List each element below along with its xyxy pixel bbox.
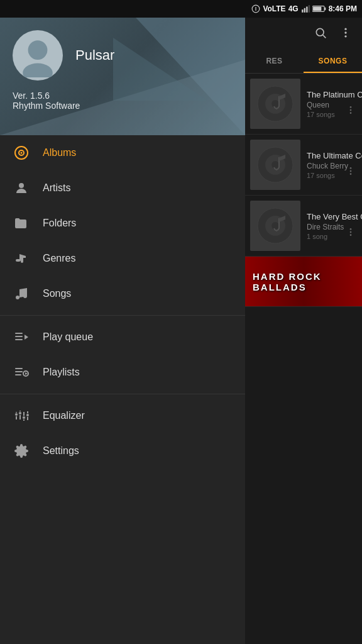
- signal-icon: [301, 4, 310, 13]
- svg-point-38: [344, 35, 346, 37]
- svg-rect-2: [304, 8, 305, 13]
- playlists-label: Playlists: [43, 367, 80, 378]
- svg-point-12: [21, 152, 23, 154]
- svg-rect-4: [308, 5, 309, 13]
- svg-point-13: [19, 183, 24, 188]
- svg-point-55: [350, 231, 352, 233]
- hrd-label: HARD ROCK BALLADS: [253, 271, 354, 292]
- svg-rect-17: [15, 333, 23, 334]
- svg-marker-20: [25, 335, 28, 340]
- sidebar-item-folders[interactable]: Folders: [0, 206, 245, 241]
- svg-rect-22: [15, 371, 23, 372]
- svg-point-14: [17, 259, 19, 262]
- svg-point-56: [350, 234, 352, 236]
- nav-section: Albums Artists Folders: [0, 135, 245, 644]
- sidebar-item-albums[interactable]: Albums: [0, 135, 245, 170]
- svg-point-36: [344, 28, 346, 30]
- playlists-icon: [13, 364, 30, 381]
- songs-label: Songs: [43, 288, 71, 299]
- svg-point-29: [19, 412, 22, 415]
- svg-point-8: [28, 40, 48, 60]
- svg-point-31: [23, 416, 26, 419]
- folders-icon: [13, 214, 30, 232]
- album-more-button-3[interactable]: [342, 223, 359, 241]
- equalizer-icon: [13, 407, 30, 425]
- folders-label: Folders: [43, 218, 76, 229]
- svg-point-50: [350, 173, 352, 175]
- drawer: Pulsar Ver. 1.5.6 Rhythm Software Albums: [0, 0, 245, 644]
- tabs-row: RES SONGS: [245, 50, 362, 74]
- svg-rect-1: [302, 9, 303, 13]
- settings-icon: [13, 442, 30, 460]
- play-queue-label: Play queue: [43, 331, 93, 343]
- sidebar-item-artists[interactable]: Artists: [0, 170, 245, 206]
- svg-point-9: [23, 64, 53, 77]
- divider-2: [0, 394, 245, 394]
- svg-point-33: [26, 414, 30, 417]
- album-title-1: The Platinum Collec...: [307, 90, 362, 99]
- album-art-1: [250, 79, 300, 129]
- search-button[interactable]: [309, 21, 332, 44]
- svg-marker-25: [25, 372, 28, 375]
- svg-point-27: [15, 413, 18, 416]
- svg-rect-21: [15, 368, 23, 369]
- svg-rect-3: [306, 7, 307, 13]
- avatar: [13, 30, 63, 80]
- tab-songs[interactable]: SONGS: [304, 50, 362, 73]
- album-more-button-2[interactable]: [342, 162, 359, 180]
- album-list: The Platinum Collec... Queen 17 songs: [245, 74, 362, 644]
- svg-point-37: [344, 31, 346, 33]
- svg-point-34: [316, 28, 324, 36]
- tab-genres[interactable]: RES: [245, 50, 304, 73]
- company-text: Rhythm Software: [13, 101, 233, 111]
- content-panel: RES SONGS The Platinum Collec... Queen 1…: [245, 0, 362, 644]
- svg-point-41: [272, 100, 279, 108]
- svg-point-15: [16, 296, 19, 299]
- username: Pulsar: [75, 47, 114, 64]
- artists-icon: [13, 179, 30, 197]
- time: 8:46 PM: [329, 4, 357, 13]
- svg-point-43: [350, 109, 352, 111]
- sidebar-item-play-queue[interactable]: Play queue: [0, 319, 245, 355]
- sidebar-item-genres[interactable]: Genres: [0, 241, 245, 276]
- album-item-hrd[interactable]: HARD ROCK BALLADS: [245, 257, 362, 307]
- play-queue-icon: [13, 328, 30, 346]
- sidebar-item-playlists[interactable]: Playlists: [0, 355, 245, 390]
- svg-point-16: [23, 294, 27, 298]
- album-title-3: The Very Best Of: [307, 212, 362, 221]
- album-item[interactable]: The Ultimate Collect... Chuck Berry 17 s…: [245, 135, 362, 196]
- albums-icon: [13, 144, 30, 162]
- svg-line-35: [323, 35, 326, 38]
- genres-icon: [13, 250, 30, 267]
- svg-point-49: [350, 170, 352, 172]
- more-options-button[interactable]: [334, 21, 357, 44]
- divider-1: [0, 315, 245, 316]
- songs-icon: [13, 285, 30, 303]
- equalizer-label: Equalizer: [43, 410, 85, 421]
- svg-rect-18: [15, 336, 23, 337]
- sidebar-item-settings[interactable]: Settings: [0, 433, 245, 469]
- svg-rect-7: [313, 7, 321, 11]
- sidebar-item-equalizer[interactable]: Equalizer: [0, 398, 245, 433]
- svg-point-44: [350, 112, 352, 114]
- artists-label: Artists: [43, 182, 70, 194]
- signal-4g: 4G: [288, 4, 299, 13]
- svg-point-53: [272, 222, 279, 230]
- settings-label: Settings: [43, 445, 79, 457]
- albums-label: Albums: [43, 147, 76, 158]
- version-text: Ver. 1.5.6: [13, 91, 233, 101]
- album-title-2: The Ultimate Collect...: [307, 151, 362, 160]
- svg-point-48: [350, 167, 352, 169]
- album-more-button-1[interactable]: [342, 101, 359, 119]
- album-art-3: [250, 201, 300, 251]
- battery-icon: [312, 4, 326, 13]
- sidebar-item-songs[interactable]: Songs: [0, 276, 245, 311]
- album-item[interactable]: The Platinum Collec... Queen 17 songs: [245, 74, 362, 135]
- genres-label: Genres: [43, 253, 75, 264]
- album-item[interactable]: The Very Best Of Dire Straits 1 song: [245, 196, 362, 257]
- volte-indicator: VoLTE: [263, 4, 285, 13]
- svg-rect-19: [15, 339, 23, 340]
- status-bar: VoLTE 4G 8:46 PM: [0, 0, 362, 18]
- svg-rect-23: [15, 374, 21, 375]
- album-art-2: [250, 140, 300, 190]
